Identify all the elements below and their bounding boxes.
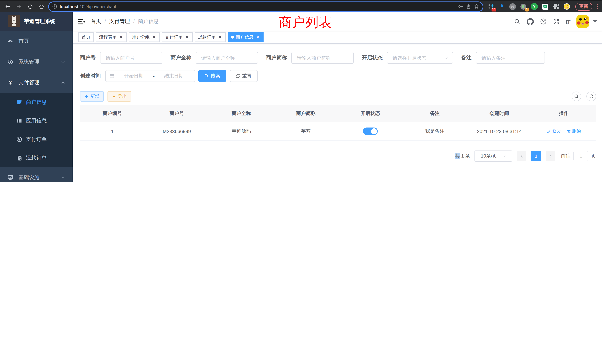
export-button[interactable]: 导出 [108, 91, 131, 102]
close-icon[interactable] [152, 35, 156, 40]
short-name-input[interactable] [296, 55, 349, 61]
toolbar-buttons: 新增 导出 [80, 91, 131, 102]
filter-create-time: 创建时间 开始日期 - 结束日期 [80, 70, 195, 82]
tab-merchant-info[interactable]: 商户信息 [228, 32, 264, 42]
column-header: 开启状态 [338, 105, 403, 122]
home-icon[interactable] [39, 3, 44, 10]
bookmark-star-icon[interactable] [473, 4, 479, 9]
end-date-placeholder[interactable]: 结束日期 [157, 73, 191, 79]
close-icon[interactable] [119, 35, 123, 40]
tab-user-group[interactable]: 用户分组 [129, 32, 160, 42]
close-icon[interactable] [218, 35, 222, 40]
delete-link[interactable]: 删除 [567, 128, 581, 134]
column-header: 创建时间 [467, 105, 532, 122]
filter-status: 开启状态 [362, 52, 453, 64]
chevron-down-icon [61, 60, 65, 64]
extension-y-icon[interactable]: Y [531, 3, 538, 10]
sidebar-item-infra[interactable]: 基础设施 [0, 167, 73, 182]
tab-home[interactable]: 首页 [78, 32, 94, 42]
breadcrumb: 首页 支付管理 商户信息 [91, 18, 159, 25]
breadcrumb-home[interactable]: 首页 [91, 18, 101, 25]
status-toggle[interactable] [363, 128, 378, 135]
extension-command-icon[interactable]: ⌘ [509, 3, 516, 10]
close-icon[interactable] [185, 35, 189, 40]
extension-blocks-icon[interactable]: 10 [488, 3, 494, 10]
status-select-input[interactable] [392, 55, 442, 61]
add-button-label: 新增 [90, 93, 99, 99]
add-button[interactable]: 新增 [80, 91, 104, 102]
sidebar-collapse-icon[interactable] [73, 12, 91, 31]
sidebar-item-pay-orders[interactable]: 支付订单 [0, 130, 73, 149]
sidebar-menu: 首页 系统管理 ¥ 支付管理 商户信息 [0, 31, 73, 182]
page-size-select[interactable]: 10条/页 [474, 150, 512, 162]
avatar[interactable] [576, 15, 589, 28]
sidebar-item-refund-orders[interactable]: 退款订单 [0, 149, 73, 167]
password-key-icon[interactable] [458, 4, 463, 9]
main-area: 商户列表 首页 支付管理 商户信息 tT [73, 12, 602, 182]
sidebar-item-system[interactable]: 系统管理 [0, 52, 73, 72]
date-range-picker[interactable]: 开始日期 - 结束日期 [105, 70, 195, 82]
profile-emoji-icon[interactable] [563, 3, 570, 10]
edit-link[interactable]: 修改 [547, 128, 561, 134]
tab-pay-orders[interactable]: 支付订单 [162, 32, 193, 42]
sidebar-item-app-info[interactable]: 应用信息 [0, 112, 73, 130]
tab-process-form[interactable]: 流程表单 [96, 32, 127, 42]
breadcrumb-payment[interactable]: 支付管理 [101, 18, 130, 25]
extension-status-icon[interactable]: 1 [520, 3, 527, 10]
help-icon[interactable] [540, 18, 547, 25]
refresh-button[interactable] [586, 92, 596, 101]
goto-page-input[interactable] [574, 153, 588, 159]
status-select[interactable] [387, 52, 453, 64]
app-logo[interactable]: 芋道管理系统 [0, 12, 73, 31]
sidebar-item-home[interactable]: 首页 [0, 31, 73, 52]
pagination: 共 1 条 10条/页 1 前往 页 [80, 150, 596, 162]
github-icon[interactable] [527, 18, 534, 25]
extension-balloon-icon[interactable] [498, 3, 505, 10]
font-size-icon[interactable]: tT [566, 18, 570, 25]
fullscreen-icon[interactable] [553, 18, 559, 25]
browser-nav-buttons [4, 3, 44, 10]
sidebar-item-payment[interactable]: ¥ 支付管理 [0, 72, 73, 93]
extension-badge: 1 [525, 8, 528, 11]
chevron-down-icon [61, 175, 65, 180]
command-symbol: ⌘ [510, 4, 515, 9]
start-date-placeholder[interactable]: 开始日期 [117, 73, 151, 79]
search-icon[interactable] [514, 18, 520, 25]
share-icon[interactable] [466, 4, 471, 9]
sidebar-item-label: 退款订单 [26, 155, 47, 161]
next-page-button[interactable] [546, 151, 555, 161]
prev-page-button[interactable] [517, 151, 526, 161]
remark-input[interactable] [481, 55, 540, 61]
delete-link-label: 删除 [572, 128, 581, 134]
extension-chat-icon[interactable] [542, 3, 548, 10]
document-icon [16, 155, 22, 161]
browser-update-button[interactable]: 更新 [575, 2, 592, 11]
reload-icon[interactable] [27, 3, 33, 10]
browser-menu-icon[interactable] [595, 4, 599, 9]
tab-refund-orders[interactable]: 退款订单 [195, 32, 226, 42]
avatar-caret-icon[interactable] [593, 20, 597, 23]
full-name-input[interactable] [201, 55, 253, 61]
reset-button[interactable]: 重置 [230, 70, 258, 82]
forward-icon[interactable] [16, 3, 22, 10]
back-icon[interactable] [4, 3, 11, 10]
trash-icon [567, 129, 571, 133]
filter-full-name: 商户全称 [171, 52, 258, 64]
page-number-button[interactable]: 1 [531, 151, 541, 161]
filter-short-name: 商户简称 [266, 52, 354, 64]
chevron-down-icon [444, 56, 448, 60]
extensions-puzzle-icon[interactable] [552, 3, 559, 10]
page-size-value: 10条/页 [481, 153, 497, 159]
sidebar-item-merchant-info[interactable]: 商户信息 [0, 93, 73, 112]
merchant-no-input[interactable] [105, 55, 158, 61]
field-label: 商户号 [80, 54, 96, 61]
search-button[interactable]: 搜索 [198, 70, 226, 82]
toggle-search-button[interactable] [572, 92, 581, 101]
field-label: 开启状态 [362, 54, 383, 61]
close-icon[interactable] [255, 35, 260, 40]
column-header: 商户编号 [80, 105, 145, 122]
site-info-icon[interactable] [52, 4, 57, 9]
cell-full-name: 芋道源码 [209, 122, 274, 141]
sidebar-submenu-payment: 商户信息 应用信息 支付订单 退款订单 [0, 93, 73, 167]
browser-address-bar[interactable]: localhost:1024/pay/merchant [48, 1, 483, 12]
